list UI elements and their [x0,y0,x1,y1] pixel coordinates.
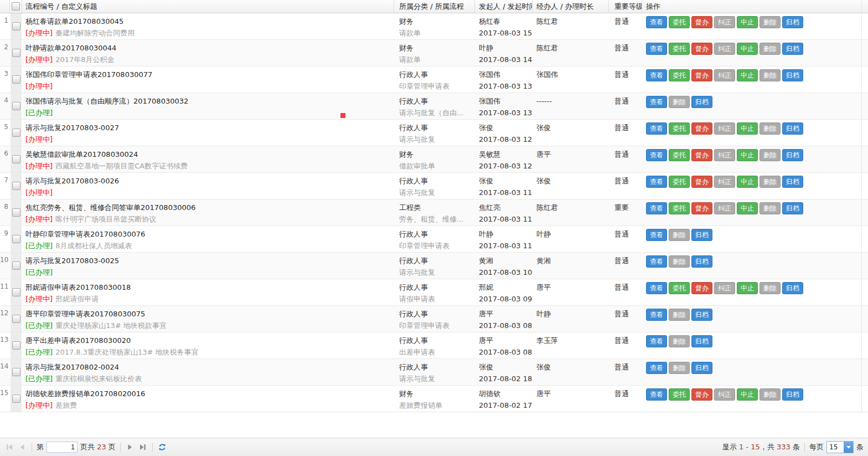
delete-button[interactable]: 删除 [760,282,781,294]
table-row[interactable]: 4 张国伟请示与批复（自由顺序流）201708030032 [已办理] 行政人事… [0,93,868,120]
archive-button[interactable]: 归档 [782,388,803,401]
row-checkbox[interactable] [12,315,20,323]
last-page-button[interactable] [138,442,148,452]
correct-button[interactable]: 纠正 [714,122,735,135]
correct-button[interactable]: 纠正 [714,176,735,188]
delete-button[interactable]: 删除 [760,202,781,214]
view-button[interactable]: 查看 [646,335,667,347]
table-row[interactable]: 11 邢妮请假申请表201708030018 [办理中]邢妮请假申请 行政人事 … [0,279,868,306]
row-checkbox[interactable] [12,208,20,217]
view-button[interactable]: 查看 [646,309,667,321]
view-button[interactable]: 查看 [646,255,667,268]
suspend-button[interactable]: 中止 [737,176,758,188]
correct-button[interactable]: 纠正 [714,149,735,161]
table-row[interactable]: 5 请示与批复20170803-0027 [办理中] 行政人事 请示与批复 张俊… [0,120,868,146]
suspend-button[interactable]: 中止 [737,43,758,55]
suspend-button[interactable]: 中止 [737,122,758,135]
archive-button[interactable]: 归档 [691,362,712,374]
supervise-button[interactable]: 督办 [691,202,712,214]
correct-button[interactable]: 纠正 [714,69,735,81]
delegate-button[interactable]: 委托 [669,16,690,28]
page-number-input[interactable] [46,442,78,453]
table-row[interactable]: 10 请示与批复20170803-0025 [已办理] 行政人事 请示与批复 黄… [0,253,868,279]
view-button[interactable]: 查看 [646,362,667,374]
suspend-button[interactable]: 中止 [737,69,758,81]
prev-page-button[interactable] [17,442,27,452]
table-row[interactable]: 12 唐平印章管理申请表201708030075 [已办理]重庆处理杨家山13#… [0,306,868,332]
row-checkbox[interactable] [12,182,20,190]
suspend-button[interactable]: 中止 [737,388,758,401]
archive-button[interactable]: 归档 [691,255,712,268]
suspend-button[interactable]: 中止 [737,16,758,28]
archive-button[interactable]: 归档 [691,309,712,321]
first-page-button[interactable] [4,442,14,452]
supervise-button[interactable]: 督办 [691,282,712,294]
refresh-button[interactable] [157,442,167,452]
archive-button[interactable]: 归档 [782,122,803,135]
delegate-button[interactable]: 委托 [669,69,690,81]
suspend-button[interactable]: 中止 [737,282,758,294]
view-button[interactable]: 查看 [646,282,667,294]
table-row[interactable]: 2 叶静请款单201708030044 [办理中]2017年8月公积金 财务 请… [0,40,868,66]
correct-button[interactable]: 纠正 [714,16,735,28]
delete-button[interactable]: 删除 [760,388,781,401]
view-button[interactable]: 查看 [646,149,667,161]
row-checkbox[interactable] [12,75,20,84]
archive-button[interactable]: 归档 [691,229,712,241]
delete-button[interactable]: 删除 [669,335,690,347]
row-checkbox[interactable] [12,368,20,376]
delegate-button[interactable]: 委托 [669,282,690,294]
supervise-button[interactable]: 督办 [691,69,712,81]
table-row[interactable]: 3 张国伟印章管理申请表201708030077 [办理中] 行政人事 印章管理… [0,66,868,93]
archive-button[interactable]: 归档 [691,96,712,108]
supervise-button[interactable]: 督办 [691,16,712,28]
correct-button[interactable]: 纠正 [714,202,735,214]
archive-button[interactable]: 归档 [782,202,803,214]
delegate-button[interactable]: 委托 [669,122,690,135]
archive-button[interactable]: 归档 [782,16,803,28]
row-checkbox[interactable] [12,49,20,57]
table-row[interactable]: 13 唐平出差申请表201708030020 [已办理]2017.8.3重庆处理… [0,332,868,359]
table-row[interactable]: 1 杨红春请款单201708030045 [办理中]秦建均解除劳动合同费用 财务… [0,13,868,40]
delete-button[interactable]: 删除 [760,122,781,135]
supervise-button[interactable]: 督办 [691,149,712,161]
delete-button[interactable]: 删除 [760,176,781,188]
view-button[interactable]: 查看 [646,43,667,55]
view-button[interactable]: 查看 [646,96,667,108]
archive-button[interactable]: 归档 [782,149,803,161]
supervise-button[interactable]: 督办 [691,122,712,135]
archive-button[interactable]: 归档 [782,176,803,188]
delegate-button[interactable]: 委托 [669,202,690,214]
delete-button[interactable]: 删除 [760,69,781,81]
row-checkbox[interactable] [12,22,20,30]
suspend-button[interactable]: 中止 [737,149,758,161]
table-row[interactable]: 6 吴敏慧借款审批单201708030024 [办理中]西藏航空基地一期项目需C… [0,146,868,173]
correct-button[interactable]: 纠正 [714,43,735,55]
table-row[interactable]: 15 胡德钦差旅费报销单201708020016 [办理中]差旅费 财务 差旅费… [0,386,868,412]
delegate-button[interactable]: 委托 [669,149,690,161]
row-checkbox[interactable] [12,129,20,137]
table-row[interactable]: 7 请示与批复20170803-0026 [办理中] 行政人事 请示与批复 张俊… [0,173,868,199]
delete-button[interactable]: 删除 [669,309,690,321]
view-button[interactable]: 查看 [646,16,667,28]
delete-button[interactable]: 删除 [760,16,781,28]
table-row[interactable]: 14 请示与批复20170802-0024 [已办理]重庆棕榈泉悦来铝板比价表 … [0,359,868,386]
view-button[interactable]: 查看 [646,229,667,241]
view-button[interactable]: 查看 [646,69,667,81]
table-row[interactable]: 9 叶静印章管理申请表201708030076 [已办理]8月成都社保人员增减表… [0,226,868,253]
select-all-checkbox[interactable] [12,2,20,11]
delete-button[interactable]: 删除 [760,149,781,161]
archive-button[interactable]: 归档 [782,43,803,55]
correct-button[interactable]: 纠正 [714,388,735,401]
delegate-button[interactable]: 委托 [669,388,690,401]
delegate-button[interactable]: 委托 [669,176,690,188]
table-row[interactable]: 8 焦红亮劳务、租赁、维修合同签审单201708030006 [办理中]喀什明宇… [0,199,868,226]
supervise-button[interactable]: 督办 [691,388,712,401]
archive-button[interactable]: 归档 [691,335,712,347]
delete-button[interactable]: 删除 [760,43,781,55]
supervise-button[interactable]: 督办 [691,43,712,55]
view-button[interactable]: 查看 [646,388,667,401]
per-page-select[interactable]: 15 [826,441,854,453]
row-checkbox[interactable] [12,288,20,296]
supervise-button[interactable]: 督办 [691,176,712,188]
